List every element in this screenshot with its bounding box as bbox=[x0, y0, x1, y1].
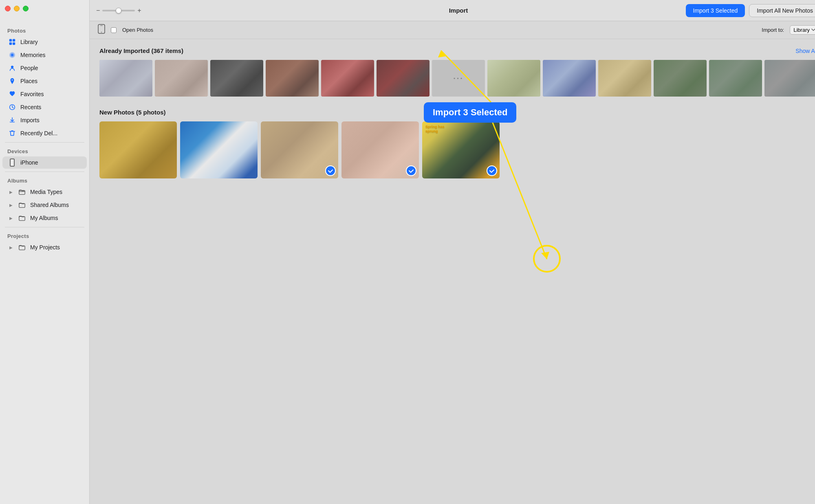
zoom-in-button[interactable]: + bbox=[137, 7, 141, 14]
selected-badge-4 bbox=[406, 165, 416, 176]
already-imported-photo-11[interactable] bbox=[709, 60, 762, 97]
new-photo-5[interactable]: Spring hassprung bbox=[422, 121, 500, 178]
device-name: iPhone bbox=[20, 159, 38, 166]
show-all-link[interactable]: Show All bbox=[795, 48, 815, 54]
selected-badge-5 bbox=[487, 165, 497, 176]
sidebar-item-people[interactable]: People bbox=[2, 62, 87, 74]
new-photo-4[interactable] bbox=[341, 121, 419, 178]
import-all-button[interactable]: Import All New Photos bbox=[749, 4, 815, 17]
sidebar-item-imports[interactable]: Imports bbox=[2, 114, 87, 126]
photos-section-label: Photos bbox=[0, 24, 89, 35]
favorites-icon bbox=[8, 90, 16, 98]
already-imported-more: ··· bbox=[432, 60, 485, 97]
svg-rect-0 bbox=[9, 39, 12, 42]
secondary-toolbar: Open Photos Import to: Library bbox=[90, 21, 815, 39]
recents-label: Recents bbox=[20, 104, 41, 110]
already-imported-photo-7[interactable] bbox=[487, 60, 540, 97]
already-imported-photo-9[interactable] bbox=[598, 60, 651, 97]
main-content: − + Import Import 3 Selected Import All … bbox=[90, 0, 815, 504]
close-button[interactable] bbox=[5, 6, 11, 11]
library-label: Library bbox=[20, 39, 38, 45]
callout-box: Import 3 Selected bbox=[424, 102, 516, 123]
import-to-label: Import to: bbox=[762, 27, 784, 33]
chevron-right-icon: ▶ bbox=[8, 189, 14, 195]
already-imported-photo-4[interactable] bbox=[266, 60, 319, 97]
svg-rect-3 bbox=[13, 42, 15, 45]
recents-icon bbox=[8, 103, 16, 111]
toolbar-title: Import bbox=[449, 7, 468, 14]
sidebar-item-recents[interactable]: Recents bbox=[2, 101, 87, 113]
zoom-button[interactable] bbox=[23, 6, 29, 11]
new-photo-1[interactable] bbox=[99, 121, 177, 178]
open-photos-checkbox[interactable] bbox=[111, 27, 117, 33]
traffic-lights bbox=[5, 6, 29, 11]
library-icon bbox=[8, 38, 16, 46]
svg-point-4 bbox=[11, 66, 13, 68]
my-projects-label: My Projects bbox=[30, 244, 60, 251]
memories-icon bbox=[8, 51, 16, 59]
library-dropdown-label: Library bbox=[793, 27, 810, 33]
my-albums-label: My Albums bbox=[30, 215, 58, 221]
already-imported-photo-10[interactable] bbox=[654, 60, 707, 97]
my-projects-folder-icon bbox=[18, 243, 26, 251]
toolbar-left: − + bbox=[96, 7, 141, 14]
already-imported-photo-6[interactable] bbox=[377, 60, 430, 97]
svg-rect-2 bbox=[9, 42, 12, 45]
new-photo-2[interactable] bbox=[180, 121, 258, 178]
places-label: Places bbox=[20, 78, 37, 84]
zoom-out-button[interactable]: − bbox=[96, 7, 100, 14]
svg-rect-12 bbox=[100, 25, 103, 26]
svg-rect-1 bbox=[13, 39, 15, 42]
content-area: Already Imported (367 items) Show All bbox=[90, 39, 815, 504]
recently-deleted-label: Recently Del... bbox=[20, 130, 57, 136]
already-imported-strip: ··· bbox=[99, 60, 815, 97]
already-imported-photo-2[interactable] bbox=[155, 60, 208, 97]
slider-track[interactable] bbox=[102, 10, 135, 11]
places-icon bbox=[8, 77, 16, 85]
already-imported-photo-5[interactable] bbox=[321, 60, 374, 97]
memories-label: Memories bbox=[20, 52, 45, 58]
open-photos-label: Open Photos bbox=[122, 27, 153, 33]
already-imported-photo-3[interactable] bbox=[210, 60, 263, 97]
phone-icon bbox=[98, 24, 105, 36]
sidebar-item-media-types[interactable]: ▶ Media Types bbox=[2, 186, 87, 198]
sidebar-item-recently-deleted[interactable]: Recently Del... bbox=[2, 127, 87, 139]
sidebar-item-memories[interactable]: Memories bbox=[2, 49, 87, 61]
slider-thumb[interactable] bbox=[116, 8, 121, 13]
import-selected-button[interactable]: Import 3 Selected bbox=[686, 4, 745, 17]
callout-text: Import 3 Selected bbox=[433, 107, 507, 117]
already-imported-photo-12[interactable] bbox=[764, 60, 815, 97]
already-imported-photo-1[interactable] bbox=[99, 60, 152, 97]
new-photos-strip: Spring hassprung bbox=[99, 121, 815, 178]
divider-3 bbox=[5, 227, 84, 227]
sidebar-item-my-projects[interactable]: ▶ My Projects bbox=[2, 241, 87, 253]
favorites-label: Favorites bbox=[20, 91, 44, 97]
toolbar: − + Import Import 3 Selected Import All … bbox=[90, 0, 815, 21]
sidebar-item-shared-albums[interactable]: ▶ Shared Albums bbox=[2, 199, 87, 211]
my-albums-folder-icon bbox=[18, 214, 26, 222]
yellow-circle-annotation bbox=[533, 245, 561, 273]
minimize-button[interactable] bbox=[14, 6, 20, 11]
zoom-slider[interactable]: − + bbox=[96, 7, 141, 14]
new-photos-title: New Photos (5 photos) bbox=[99, 109, 166, 116]
sidebar: Photos Library Memories bbox=[0, 0, 90, 504]
already-imported-photo-8[interactable] bbox=[543, 60, 596, 97]
shared-albums-label: Shared Albums bbox=[30, 202, 69, 208]
people-label: People bbox=[20, 65, 38, 71]
new-photo-3[interactable] bbox=[261, 121, 338, 178]
imports-icon bbox=[8, 116, 16, 124]
projects-section-label: Projects bbox=[0, 230, 89, 241]
shared-albums-folder-icon bbox=[18, 201, 26, 209]
trash-icon bbox=[8, 129, 16, 137]
sidebar-item-iphone[interactable]: iPhone bbox=[2, 156, 87, 169]
media-types-label: Media Types bbox=[30, 189, 62, 195]
sidebar-item-library[interactable]: Library bbox=[2, 36, 87, 48]
sidebar-item-places[interactable]: Places bbox=[2, 75, 87, 87]
svg-point-11 bbox=[101, 32, 102, 33]
sidebar-item-favorites[interactable]: Favorites bbox=[2, 88, 87, 100]
divider-1 bbox=[5, 142, 84, 143]
media-types-folder-icon bbox=[18, 188, 26, 196]
sidebar-item-my-albums[interactable]: ▶ My Albums bbox=[2, 212, 87, 224]
library-dropdown[interactable]: Library bbox=[790, 25, 815, 35]
chevron-right-icon-3: ▶ bbox=[8, 215, 14, 221]
